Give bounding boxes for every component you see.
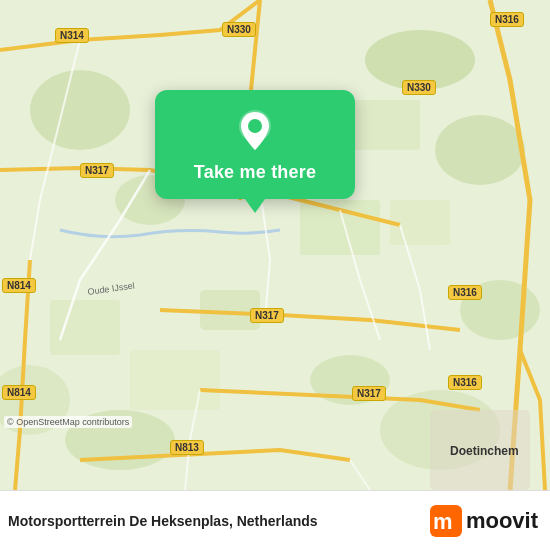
map-background: Doetinchem Oude IJssel N316 N314 N330 N3… [0,0,550,490]
svg-point-2 [435,115,525,185]
take-me-there-label: Take me there [194,162,316,183]
road-label-n314: N314 [55,28,89,43]
road-label-n316-top: N316 [490,12,524,27]
svg-point-4 [30,70,130,150]
road-label-n813: N813 [170,440,204,455]
svg-rect-15 [130,350,220,410]
moovit-text: moovit [466,508,538,534]
road-label-n316-mid: N316 [448,285,482,300]
road-label-n317-left: N317 [80,163,114,178]
svg-text:Doetinchem: Doetinchem [450,444,519,458]
take-me-there-card[interactable]: Take me there [155,90,355,199]
moovit-logo: m moovit [430,505,538,537]
road-label-n316-btm: N316 [448,375,482,390]
bottom-bar: Motorsportterrein De Heksenplas, Netherl… [0,490,550,550]
svg-text:m: m [433,509,453,534]
svg-point-20 [248,119,262,133]
road-label-n330-right: N330 [402,80,436,95]
road-label-n330-top: N330 [222,22,256,37]
osm-attribution: © OpenStreetMap contributors [4,416,132,428]
road-label-n814-btm: N814 [2,385,36,400]
svg-rect-12 [390,200,450,245]
svg-rect-13 [350,100,420,150]
moovit-m-icon: m [430,505,462,537]
road-label-n317-btm: N317 [352,386,386,401]
location-pin-icon [233,108,277,152]
road-label-n317-mid: N317 [250,308,284,323]
location-name: Motorsportterrein De Heksenplas, Netherl… [8,513,318,529]
location-info: Motorsportterrein De Heksenplas, Netherl… [8,513,318,529]
svg-rect-14 [50,300,120,355]
road-label-n814-top: N814 [2,278,36,293]
